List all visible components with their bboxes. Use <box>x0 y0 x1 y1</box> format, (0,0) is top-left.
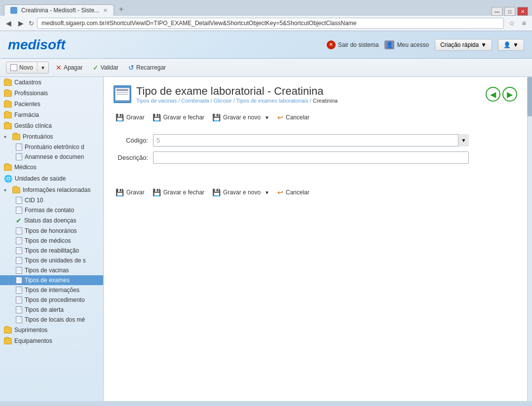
reload-button[interactable]: ↻ <box>29 20 34 27</box>
form-row-descricao: Descrição: Creatinina <box>114 151 517 164</box>
sidebar-item-medicos[interactable]: Médicos <box>0 162 103 173</box>
sidebar-item-farmacia[interactable]: Farmácia <box>0 110 103 120</box>
sidebar-item-suprimentos[interactable]: Suprimentos <box>0 325 103 335</box>
maximize-btn[interactable]: □ <box>504 7 515 16</box>
form-row-codigo: Código: ▼ <box>114 134 517 147</box>
sidebar-item-label: Pacientes <box>14 101 40 108</box>
address-input[interactable] <box>37 18 504 29</box>
gravar-novo-button-top[interactable]: 💾 Gravar e novo <box>210 112 263 122</box>
scrollbar-thumb[interactable] <box>528 77 532 116</box>
breadcrumb-link-combinada[interactable]: Combinada <box>181 98 209 104</box>
app-logo: medisoft <box>8 37 66 53</box>
sidebar-item-tipos-internacoes[interactable]: 📄 Tipos de internações <box>0 285 103 295</box>
codigo-input-btn[interactable]: ▼ <box>458 134 469 147</box>
novo-main-button[interactable]: Novo <box>6 62 37 73</box>
folder-icon <box>4 101 12 108</box>
sidebar-item-informacoes-relacionadas[interactable]: ▾ Informações relacionadas <box>0 185 103 195</box>
page-content: Tipo de exame laboratorial - Creatinina … <box>104 77 527 214</box>
apagar-icon: ✕ <box>56 64 62 72</box>
exit-system-button[interactable]: ✕ Sair do sistema <box>327 40 379 49</box>
gravar-novo-arrow-top[interactable]: ▼ <box>263 114 271 121</box>
sidebar-item-tipos-reabilitacao[interactable]: 📄 Tipos de reabilitação <box>0 246 103 256</box>
page-title-block: Tipo de exame laboratorial - Creatinina … <box>136 85 338 104</box>
new-tab-btn[interactable]: + <box>114 3 128 16</box>
novo-icon <box>10 64 17 71</box>
folder-icon <box>4 338 12 344</box>
address-bar: ◀ ▶ ↻ ☆ ≡ <box>0 16 532 31</box>
tab-close-icon[interactable]: ✕ <box>103 7 108 14</box>
sidebar: Cadastros Profissionais Pacientes Farmác… <box>0 77 104 401</box>
sidebar-item-tipos-locais[interactable]: 📄 Tipos de locais dos mé <box>0 315 103 325</box>
sidebar-item-tipos-vacinas[interactable]: 📄 Tipos de vacinas <box>0 265 103 275</box>
content-area: Tipo de exame laboratorial - Creatinina … <box>104 77 527 401</box>
sidebar-item-label: Tipos de exames <box>25 277 70 284</box>
sidebar-item-cid10[interactable]: 📄 CID 10 <box>0 195 103 205</box>
gravar-novo-button-bottom[interactable]: 💾 Gravar e novo <box>210 187 263 197</box>
sidebar-item-label: Tipos de internações <box>25 287 79 294</box>
validar-button[interactable]: ✓ Validar <box>90 62 121 73</box>
sidebar-item-status-doencas[interactable]: ✔ Status das doenças <box>0 215 103 226</box>
doc-icon: 📄 <box>16 227 22 234</box>
doc-icon: 📄 <box>16 207 22 214</box>
sidebar-item-label: Tipos de médicos <box>25 237 71 244</box>
descricao-input[interactable]: Creatinina <box>153 151 469 164</box>
profile-arrow-icon: ▼ <box>513 41 519 48</box>
doc-icon: 📄 <box>16 237 22 244</box>
cancelar-button-bottom[interactable]: ↩ Cancelar <box>275 187 311 197</box>
gravar-novo-arrow-bottom[interactable]: ▼ <box>263 189 271 196</box>
cancelar-button-top[interactable]: ↩ Cancelar <box>275 112 311 122</box>
breadcrumb-link-vacinas[interactable]: Tipos de vacinas <box>136 98 177 104</box>
sidebar-item-label: Profissionais <box>14 90 48 97</box>
close-btn[interactable]: ✕ <box>517 7 528 16</box>
tab-title: Creatinina - Medisoft - Siste... <box>21 7 99 14</box>
my-access-button[interactable]: 👤 Meu acesso <box>384 40 429 49</box>
gravar-button-top[interactable]: 💾 Gravar <box>114 112 147 122</box>
sidebar-item-pacientes[interactable]: Pacientes <box>0 99 103 110</box>
browser-tab[interactable]: Creatinina - Medisoft - Siste... ✕ <box>4 4 114 16</box>
sidebar-item-tipos-medicos[interactable]: 📄 Tipos de médicos <box>0 236 103 246</box>
sidebar-item-profissionais[interactable]: Profissionais <box>0 88 103 99</box>
gravar-fechar-icon-bottom: 💾 <box>152 188 161 196</box>
sidebar-item-label: Tipos de vacinas <box>25 267 69 274</box>
gravar-fechar-button-bottom[interactable]: 💾 Gravar e fechar <box>151 187 206 197</box>
gravar-button-bottom[interactable]: 💾 Gravar <box>114 187 147 197</box>
scrollbar[interactable] <box>527 77 532 401</box>
back-button[interactable]: ◀ <box>4 18 13 28</box>
sidebar-item-prontuario-eletronico[interactable]: 📄 Prontuário eletrônico d <box>0 142 103 152</box>
browser-menu-icon[interactable]: ≡ <box>520 18 528 28</box>
quick-create-button[interactable]: Criação rápida ▼ <box>435 39 492 51</box>
gravar-fechar-button-top[interactable]: 💾 Gravar e fechar <box>151 112 206 122</box>
forward-button[interactable]: ▶ <box>16 18 26 28</box>
quick-create-arrow-icon: ▼ <box>481 41 487 48</box>
sidebar-item-label: Tipos de unidades de s <box>25 257 86 264</box>
quick-create-area: Criação rápida ▼ <box>435 39 492 51</box>
sidebar-item-formas-contato[interactable]: 📄 Formas de contato <box>0 205 103 215</box>
sidebar-item-prontuarios[interactable]: ▾ Prontuários <box>0 131 103 142</box>
next-record-button[interactable]: ▶ <box>502 87 517 102</box>
doc-icon: 📄 <box>16 153 22 160</box>
prev-record-button[interactable]: ◀ <box>486 87 500 102</box>
recarregar-button[interactable]: ↺ Recarregar <box>125 62 169 73</box>
apagar-button[interactable]: ✕ Apagar <box>53 62 86 73</box>
profile-dropdown-button[interactable]: 👤 ▼ <box>498 39 524 51</box>
bookmark-star-icon[interactable]: ☆ <box>507 18 517 28</box>
sidebar-item-cadastros[interactable]: Cadastros <box>0 77 103 88</box>
gravar-novo-label-bottom: Gravar e novo <box>223 189 261 196</box>
sidebar-item-anamnese[interactable]: 📄 Anamnese e documen <box>0 152 103 162</box>
breadcrumb-link-exames[interactable]: Tipos de exames laboratoriais <box>236 98 308 104</box>
sidebar-item-tipos-exames[interactable]: 📄 Tipos de exames <box>0 275 103 285</box>
sidebar-item-tipos-honorarios[interactable]: 📄 Tipos de honorários <box>0 226 103 236</box>
minimize-btn[interactable]: — <box>492 7 502 16</box>
sidebar-item-label: Suprimentos <box>14 327 47 333</box>
main-layout: Cadastros Profissionais Pacientes Farmác… <box>0 77 532 401</box>
sidebar-item-tipos-procedimentos[interactable]: 📄 Tipos de procedimento <box>0 295 103 305</box>
codigo-input[interactable] <box>153 134 469 147</box>
breadcrumb-link-glicose[interactable]: Glicose <box>214 98 232 104</box>
sidebar-item-gestao-clinica[interactable]: Gestão clínica <box>0 120 103 131</box>
sidebar-item-unidades-saude[interactable]: 🌐 Unidades de saúde <box>0 173 103 185</box>
recarregar-icon: ↺ <box>128 64 134 72</box>
sidebar-item-tipos-alerta[interactable]: 📄 Tipos de alerta <box>0 305 103 315</box>
novo-arrow-button[interactable]: ▼ <box>38 63 48 73</box>
sidebar-item-equipamentos[interactable]: Equipamentos <box>0 335 103 346</box>
sidebar-item-tipos-unidades[interactable]: 📄 Tipos de unidades de s <box>0 256 103 265</box>
